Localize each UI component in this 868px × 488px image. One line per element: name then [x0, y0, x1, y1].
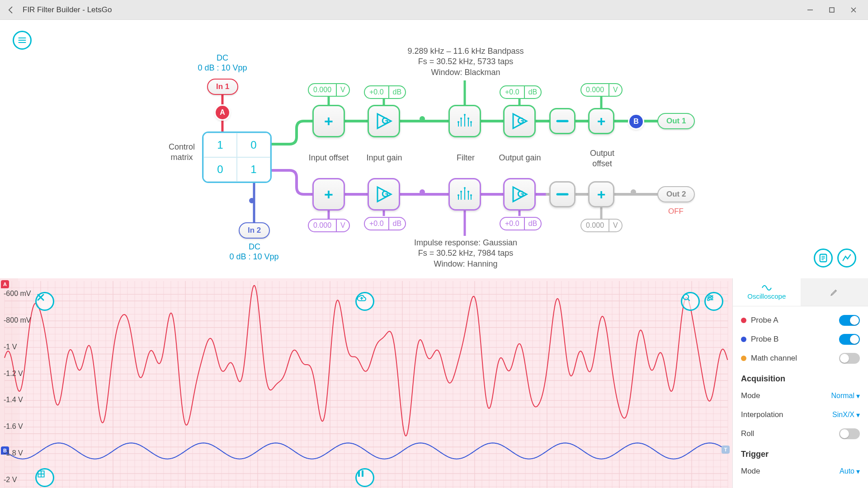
svg-point-4 — [464, 114, 466, 116]
math-toggle[interactable] — [839, 353, 860, 364]
svg-rect-154 — [362, 470, 363, 477]
scope-close-button[interactable] — [35, 292, 54, 311]
close-button[interactable] — [843, 3, 864, 17]
ch1-info-line1: 9.289 kHz – 11.6 kHz Bandpass — [398, 46, 533, 56]
trig-mode-select[interactable]: Auto ▾ — [840, 467, 860, 476]
ch1-input-gain-readout[interactable]: +0.0 dB — [364, 85, 406, 99]
ch2-output-gain-node[interactable]: G — [503, 178, 536, 211]
tab-oscilloscope[interactable]: Oscilloscope — [733, 278, 801, 306]
probe-b-toggle[interactable] — [839, 334, 860, 345]
ch1-filter-node[interactable] — [448, 105, 481, 137]
in1-coupling[interactable]: DC — [203, 53, 242, 63]
ch1-output-gain-node[interactable]: G — [503, 105, 536, 137]
probe-a-marker[interactable]: A — [216, 106, 229, 119]
ch2-output-probe-socket[interactable] — [631, 189, 636, 195]
ch1-output-offset-value: 0.000 — [581, 84, 609, 96]
y-tick: -2 V — [4, 476, 17, 484]
ch1-input-offset-node[interactable]: + — [312, 105, 345, 137]
in1-range[interactable]: 0 dB : 10 Vpp — [190, 63, 255, 73]
minimize-button[interactable] — [799, 3, 821, 17]
ch1-output-offset-readout[interactable]: 0.000 V — [580, 83, 623, 97]
ch1-input-gain-node[interactable]: G — [368, 105, 400, 137]
analyze-button[interactable] — [837, 249, 856, 267]
ch2-limiter-node[interactable] — [549, 181, 576, 207]
channel-probe-b-row: Probe B — [741, 330, 860, 349]
ch2-output-gain-unit: dB — [525, 220, 541, 228]
probe-b-marker[interactable]: B — [629, 115, 643, 128]
matrix-cell-00[interactable]: 1 — [203, 133, 237, 157]
back-button[interactable] — [4, 3, 18, 17]
maximize-button[interactable] — [821, 3, 843, 17]
probe-a-handle[interactable]: A — [1, 280, 9, 288]
ch2-input-offset-value: 0.000 — [309, 220, 337, 231]
notes-button[interactable] — [814, 249, 833, 267]
ch2-input-gain-node[interactable]: G — [368, 178, 400, 211]
acq-interp-select[interactable]: SinX/X ▾ — [832, 411, 860, 419]
probe-b-dot-icon — [741, 337, 746, 342]
matrix-cell-01[interactable]: 0 — [237, 133, 270, 157]
svg-point-13 — [470, 194, 472, 196]
label-output-offset: Output offset — [585, 148, 620, 169]
trig-mode-label: Mode — [741, 467, 760, 476]
ch2-filter-node[interactable] — [448, 178, 481, 211]
ch1-output-gain-readout[interactable]: +0.0 dB — [500, 85, 542, 99]
ch2-output-gain-readout[interactable]: +0.0 dB — [500, 217, 542, 230]
ch1-pre-filter-probe-socket[interactable] — [420, 116, 425, 122]
tab-oscilloscope-label: Oscilloscope — [747, 292, 786, 300]
ch2-output-offset-unit: V — [609, 221, 622, 230]
ch2-output-offset-readout[interactable]: 0.000 V — [580, 219, 623, 232]
acq-mode-select[interactable]: Normal ▾ — [831, 392, 860, 400]
ch2-output-offset-node[interactable]: + — [588, 181, 614, 207]
ch1-info: 9.289 kHz – 11.6 kHz Bandpass Fs = 30.52… — [398, 46, 533, 78]
svg-point-10 — [460, 191, 462, 192]
svg-point-5 — [467, 117, 469, 119]
ch2-input-gain-readout[interactable]: +0.0 dB — [364, 217, 406, 230]
in2-range[interactable]: 0 dB : 10 Vpp — [222, 252, 287, 262]
in2-coupling[interactable]: DC — [235, 242, 274, 252]
ch2-input-offset-readout[interactable]: 0.000 V — [308, 219, 350, 232]
in2-port[interactable]: In 2 — [239, 222, 270, 239]
in2-probe-socket[interactable] — [249, 198, 255, 203]
scope-grid-button[interactable] — [35, 468, 54, 487]
y-tick: -1.4 V — [4, 396, 23, 404]
title-bar: FIR Filter Builder - LetsGo — [0, 0, 868, 20]
matrix-cell-10[interactable]: 0 — [203, 157, 237, 182]
ch2-pre-filter-probe-socket[interactable] — [420, 189, 425, 195]
scope-pause-button[interactable] — [355, 468, 374, 487]
trigger-handle[interactable]: T — [722, 446, 730, 454]
matrix-cell-11[interactable]: 1 — [237, 157, 270, 182]
svg-point-152 — [708, 299, 709, 300]
svg-text:G: G — [517, 116, 524, 126]
label-input-offset: Input offset — [303, 153, 354, 163]
ch1-output-offset-node[interactable]: + — [588, 108, 614, 134]
ch1-limiter-node[interactable] — [549, 108, 576, 134]
acq-roll-toggle[interactable] — [839, 428, 860, 439]
svg-rect-153 — [358, 470, 360, 477]
out1-port[interactable]: Out 1 — [657, 113, 695, 129]
ch2-info-line1: Impulse response: Gaussian — [398, 238, 533, 248]
probe-a-toggle[interactable] — [839, 315, 860, 326]
acq-interp-label: Interpolation — [741, 410, 783, 419]
out2-off-label: OFF — [668, 207, 684, 216]
ch1-input-offset-unit: V — [337, 86, 349, 94]
sine-icon — [762, 284, 772, 291]
tab-edit[interactable] — [801, 278, 868, 306]
y-tick: -1.2 V — [4, 370, 23, 378]
scope-zoom-button[interactable] — [681, 292, 700, 311]
svg-text:G: G — [382, 189, 389, 199]
ch1-info-line3: Window: Blackman — [398, 67, 533, 78]
ch1-output-offset-unit: V — [609, 86, 622, 94]
control-matrix[interactable]: 1 0 0 1 — [202, 131, 272, 183]
ch2-input-offset-node[interactable]: + — [312, 178, 345, 211]
in1-port[interactable]: In 1 — [207, 79, 238, 95]
oscilloscope-plot[interactable]: A B T 0 -600 mV-800 mV-1 V-1.2 V-1.4 V-1… — [0, 278, 732, 488]
out2-port[interactable]: Out 2 — [657, 186, 695, 202]
svg-point-2 — [458, 121, 459, 123]
ch1-output-gain-unit: dB — [525, 88, 541, 96]
y-tick: -1.8 V — [4, 449, 23, 457]
svg-point-150 — [708, 295, 710, 297]
scope-settings-button[interactable] — [704, 292, 723, 311]
scope-cloud-button[interactable] — [355, 292, 374, 311]
ch1-input-offset-readout[interactable]: 0.000 V — [308, 83, 350, 97]
math-label: Math channel — [751, 354, 797, 363]
